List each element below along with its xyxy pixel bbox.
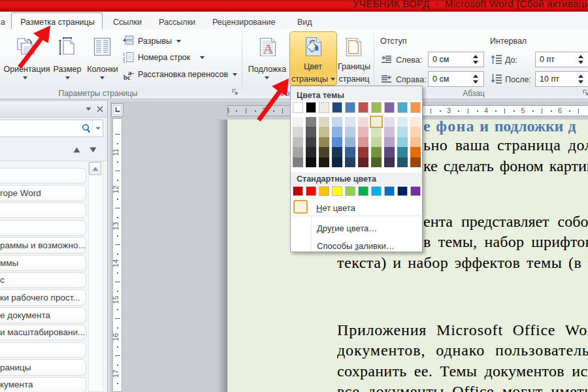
svg-text:3: 3 <box>123 59 125 63</box>
svg-text:A: A <box>263 41 274 57</box>
